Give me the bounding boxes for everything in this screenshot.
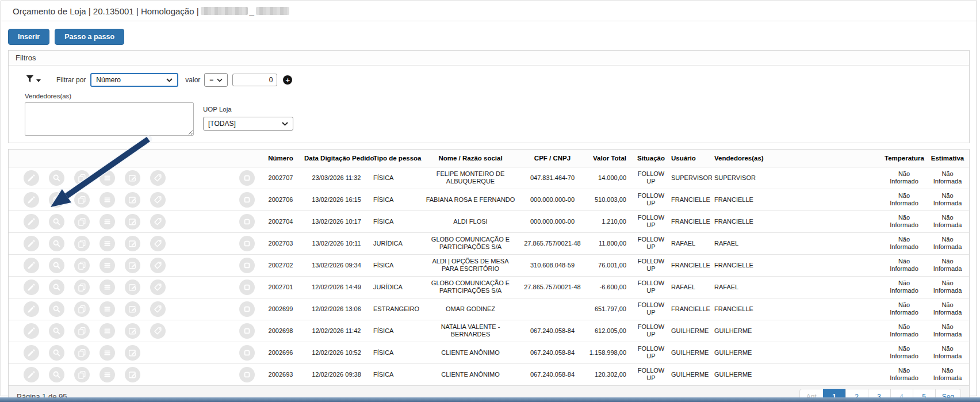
edit-icon[interactable] (24, 367, 39, 382)
step-by-step-button[interactable]: Passo a passo (55, 29, 124, 45)
stop-icon[interactable] (239, 192, 255, 208)
copy-icon[interactable] (74, 236, 90, 251)
cell-situacao: FOLLOW UP (633, 320, 669, 342)
edit-note-icon[interactable] (125, 214, 140, 229)
list-icon[interactable] (99, 323, 115, 339)
cell-spacer (770, 276, 882, 298)
edit-icon[interactable] (24, 236, 39, 251)
edit-note-icon[interactable] (125, 170, 140, 186)
edit-note-icon[interactable] (125, 345, 140, 361)
edit-note-icon[interactable] (125, 280, 140, 295)
cell-temperatura: Não Informado (882, 342, 926, 363)
uop-store-select[interactable]: [TODAS] (203, 117, 293, 131)
filter-by-select[interactable]: Número (90, 73, 178, 87)
column-header: Valor Total (585, 150, 633, 167)
edit-icon[interactable] (24, 214, 39, 229)
row-status (234, 232, 259, 254)
list-icon[interactable] (99, 214, 115, 229)
stop-icon[interactable] (239, 280, 255, 295)
edit-icon[interactable] (24, 170, 39, 186)
cell-vendedores: SUPERVISOR (712, 167, 770, 189)
sellers-textarea[interactable] (25, 102, 194, 136)
cell-tipo: FÍSICA (371, 320, 422, 342)
copy-icon[interactable] (74, 345, 90, 361)
search-icon[interactable] (49, 323, 64, 339)
stop-icon[interactable] (239, 323, 255, 339)
search-icon[interactable] (49, 214, 64, 229)
copy-icon[interactable] (74, 367, 90, 382)
edit-note-icon[interactable] (125, 367, 140, 382)
cell-estimativa: Não Informada (926, 167, 969, 189)
insert-button[interactable]: Inserir (8, 29, 49, 45)
tag-icon[interactable] (150, 214, 166, 229)
edit-icon[interactable] (24, 280, 39, 295)
stop-icon[interactable] (239, 345, 255, 361)
sellers-label: Vendedores(as) (25, 93, 969, 99)
copy-icon[interactable] (74, 258, 90, 273)
edit-note-icon[interactable] (125, 236, 140, 251)
list-icon[interactable] (99, 367, 115, 382)
cell-tipo: JURÍDICA (371, 232, 422, 254)
stop-icon[interactable] (239, 214, 255, 229)
tag-icon[interactable] (150, 258, 166, 273)
tag-icon[interactable] (150, 170, 166, 186)
copy-icon[interactable] (74, 192, 90, 208)
stop-icon[interactable] (239, 170, 255, 186)
edit-icon[interactable] (24, 258, 39, 273)
copy-icon[interactable] (74, 280, 90, 295)
stop-icon[interactable] (239, 301, 255, 317)
search-icon[interactable] (49, 192, 64, 208)
edit-icon[interactable] (24, 192, 39, 208)
stop-icon[interactable] (239, 236, 255, 251)
list-icon[interactable] (99, 258, 115, 273)
search-icon[interactable] (49, 280, 64, 295)
search-icon[interactable] (49, 367, 64, 382)
redacted-separator: _ (250, 6, 254, 16)
tag-icon[interactable] (150, 236, 166, 251)
list-icon[interactable] (99, 301, 115, 317)
cell-spacer (770, 210, 882, 232)
operator-select[interactable]: = (204, 73, 228, 87)
copy-icon[interactable] (74, 170, 90, 186)
app-window: Orçamento de Loja | 20.135001 | Homologa… (1, 1, 977, 396)
copy-icon[interactable] (74, 214, 90, 229)
uop-store-block: UOP Loja [TODAS] (203, 102, 293, 131)
tag-icon[interactable] (150, 301, 166, 317)
list-icon[interactable] (99, 280, 115, 295)
edit-note-icon[interactable] (125, 301, 140, 317)
edit-icon[interactable] (24, 301, 39, 317)
search-icon[interactable] (49, 301, 64, 317)
search-icon[interactable] (49, 170, 64, 186)
filters-panel: Filtros Filtrar por Número valor = + (8, 50, 970, 143)
copy-icon[interactable] (74, 301, 90, 317)
cell-numero: 2002693 (259, 363, 302, 385)
stop-icon[interactable] (239, 258, 255, 273)
edit-note-icon[interactable] (125, 192, 140, 208)
tag-icon[interactable] (150, 280, 166, 295)
copy-icon[interactable] (74, 323, 90, 339)
search-icon[interactable] (49, 258, 64, 273)
tag-icon[interactable] (150, 323, 166, 339)
filter-menu-button[interactable] (26, 75, 41, 85)
uop-store-label: UOP Loja (203, 106, 293, 113)
toolbar: Inserir Passo a passo (8, 29, 970, 45)
tag-icon[interactable] (150, 192, 166, 208)
add-filter-button[interactable]: + (283, 75, 292, 85)
edit-note-icon[interactable] (125, 323, 140, 339)
list-icon[interactable] (99, 345, 115, 361)
search-icon[interactable] (49, 345, 64, 361)
cell-cpf-cnpj: 000.000.000-00 (519, 210, 585, 232)
edit-icon[interactable] (24, 323, 39, 339)
list-icon[interactable] (99, 192, 115, 208)
stop-icon[interactable] (239, 367, 255, 382)
row-actions (9, 210, 234, 232)
filter-value-input[interactable] (232, 74, 277, 86)
edit-icon[interactable] (24, 345, 39, 361)
cell-estimativa: Não Informada (926, 276, 969, 298)
list-icon[interactable] (99, 236, 115, 251)
edit-note-icon[interactable] (125, 258, 140, 273)
cell-situacao: FOLLOW UP (633, 276, 669, 298)
search-icon[interactable] (49, 236, 64, 251)
row-status (234, 167, 259, 189)
list-icon[interactable] (99, 170, 115, 186)
